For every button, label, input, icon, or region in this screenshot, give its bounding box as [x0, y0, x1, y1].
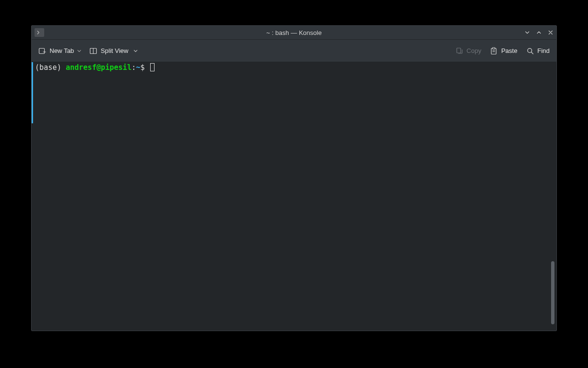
terminal-cursor — [150, 63, 155, 71]
find-label: Find — [537, 47, 550, 54]
prompt-colon: : — [132, 63, 136, 72]
app-icon — [35, 28, 44, 37]
svg-rect-5 — [493, 48, 495, 49]
new-tab-label: New Tab — [50, 47, 74, 54]
scrollbar[interactable] — [549, 62, 556, 331]
svg-point-8 — [527, 48, 532, 52]
new-tab-icon — [38, 47, 46, 55]
window-title: ~ : bash — Konsole — [32, 29, 556, 36]
konsole-window: ~ : bash — Konsole — [31, 25, 557, 331]
close-button[interactable] — [545, 26, 556, 40]
split-view-icon — [89, 47, 97, 55]
window-controls — [521, 26, 556, 39]
copy-button[interactable]: Copy — [454, 45, 482, 57]
paste-icon — [490, 47, 498, 55]
svg-line-9 — [531, 52, 533, 54]
prompt-symbol: $ — [140, 63, 149, 72]
toolbar-right: Copy Paste Find — [454, 45, 551, 57]
terminal-area[interactable]: (base) andresf@pipesil:~$ — [32, 62, 556, 331]
prompt-line: (base) andresf@pipesil:~$ — [35, 63, 547, 72]
search-icon — [526, 47, 534, 55]
chevron-down-icon — [133, 49, 138, 53]
chevron-down-icon — [77, 49, 82, 53]
new-tab-button[interactable]: New Tab — [37, 45, 75, 57]
toolbar: New Tab Split View — [32, 40, 556, 62]
split-view-label: Split View — [101, 47, 128, 54]
find-button[interactable]: Find — [525, 45, 551, 57]
split-view-button[interactable]: Split View — [88, 45, 139, 57]
toolbar-left: New Tab Split View — [37, 45, 139, 57]
scrollbar-thumb[interactable] — [551, 261, 554, 324]
titlebar: ~ : bash — Konsole — [32, 26, 556, 40]
paste-button[interactable]: Paste — [489, 45, 518, 57]
svg-rect-0 — [39, 48, 45, 53]
copy-label: Copy — [467, 47, 481, 54]
chevron-down-icon — [524, 29, 531, 36]
prompt-path: ~ — [136, 63, 140, 72]
new-tab-dropdown[interactable] — [78, 49, 82, 53]
terminal-prompt-icon — [36, 30, 42, 35]
prompt-userhost: andresf@pipesil — [66, 63, 131, 72]
close-icon — [547, 29, 554, 36]
paste-label: Paste — [501, 47, 517, 54]
active-tab-indicator — [32, 62, 33, 123]
minimize-button[interactable] — [521, 26, 533, 40]
chevron-up-icon — [536, 29, 542, 36]
svg-rect-3 — [457, 48, 461, 53]
terminal-content[interactable]: (base) andresf@pipesil:~$ — [32, 62, 549, 331]
prompt-env: (base) — [35, 63, 66, 72]
maximize-button[interactable] — [533, 26, 545, 40]
copy-icon — [455, 47, 463, 55]
